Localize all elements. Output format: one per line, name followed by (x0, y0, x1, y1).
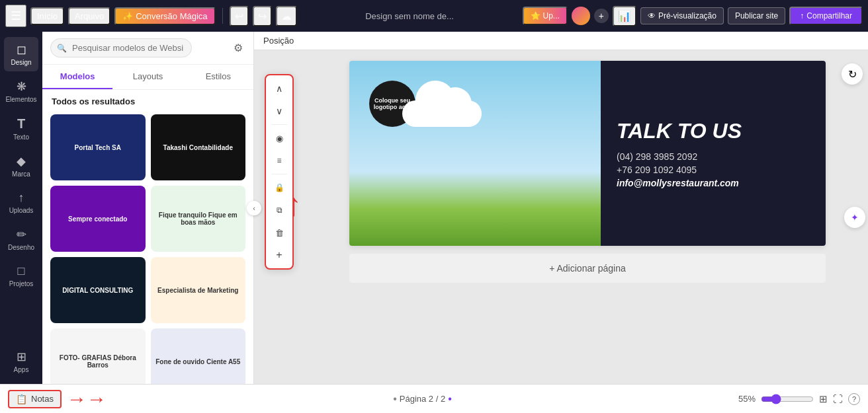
magic-conversion-button[interactable]: ✨ Conversão Mágica (114, 7, 215, 25)
sidebar-label-marca: Marca (12, 170, 30, 178)
refresh-button[interactable]: ↻ (842, 63, 863, 85)
arrange-button[interactable]: ≡ (269, 150, 290, 171)
publish-button[interactable]: Publicar site (728, 7, 785, 24)
hamburger-menu[interactable]: ☰ (5, 5, 26, 27)
page-canvas: Coloque seu logotipo aqui TALK TO US (04… (349, 61, 826, 246)
tab-estilos[interactable]: Estilos (183, 65, 253, 89)
nav-right-group: ⭐ Up... + 📊 👁 Pré-visualização Publicar … (523, 6, 863, 26)
template-card[interactable]: Sempre conectado (50, 186, 146, 252)
sidebar-item-apps[interactable]: ⊞ Apps (4, 344, 38, 379)
notes-icon: 📋 (16, 394, 27, 404)
template-card[interactable]: FOTO- GRAFIAS Débora Barros (50, 328, 146, 384)
grid-view-button[interactable]: ⊞ (819, 393, 828, 405)
design-title: Design sem nome de... (301, 11, 519, 21)
lock-button[interactable]: 🔒 (269, 177, 290, 198)
upgrade-button[interactable]: ⭐ Up... (523, 7, 568, 25)
add-element-button[interactable]: + (269, 244, 290, 266)
add-page-button[interactable]: + Adicionar página (349, 254, 826, 283)
analytics-button[interactable]: 📊 (613, 6, 636, 26)
preview-label: Pré-visualização (658, 11, 716, 20)
projetos-icon: □ (18, 264, 25, 278)
nav-separator-1 (222, 8, 223, 24)
sidebar-label-design: Design (11, 59, 31, 66)
arrow-right-indicator: →→ (67, 388, 107, 410)
bottom-right-icons: ⊞ ⛶ ? (819, 393, 860, 405)
delete-button[interactable]: 🗑 (269, 222, 290, 243)
apps-icon: ⊞ (17, 350, 26, 364)
canvas-scroll[interactable]: ∧ ∨ ◉ ≡ 🔒 ⧉ 🗑 + ↑ Coloque seu logotipo a… (254, 50, 868, 384)
talk-to-us-heading: TALK TO US (617, 119, 810, 143)
template-card[interactable]: Fone de ouvido Ciente A55 (151, 328, 246, 384)
help-button[interactable]: ? (848, 393, 860, 405)
uploads-icon: ↑ (19, 191, 24, 205)
sidebar-label-desenho: Desenho (8, 244, 34, 251)
avatar[interactable] (572, 7, 590, 25)
texto-icon: T (17, 116, 25, 131)
magic-conversion-label: Conversão Mágica (136, 11, 207, 21)
sidebar-item-uploads[interactable]: ↑ Uploads (4, 186, 38, 219)
template-card[interactable]: Especialista de Marketing (151, 257, 246, 323)
sidebar-item-marca[interactable]: ◆ Marca (4, 149, 38, 183)
undo-button[interactable]: ↩ (230, 6, 249, 26)
redo-button[interactable]: ↪ (253, 6, 272, 26)
tab-layouts[interactable]: Layouts (112, 65, 183, 89)
filter-button[interactable]: ⚙ (231, 39, 245, 57)
sidebar-label-texto: Texto (13, 133, 29, 141)
templates-panel: ⚙ Modelos Layouts Estilos Todos os resul… (42, 32, 254, 384)
desenho-icon: ✏ (17, 227, 26, 242)
share-icon: ↑ (800, 11, 804, 20)
move-down-button[interactable]: ∨ (269, 100, 290, 122)
sidebar-item-projetos[interactable]: □ Projetos (4, 259, 38, 293)
template-card[interactable]: DIGITAL CONSULTING (50, 257, 146, 323)
collapse-panel-button[interactable]: ‹ (247, 201, 261, 215)
sidebar-item-desenho[interactable]: ✏ Desenho (4, 222, 38, 256)
marca-icon: ◆ (17, 154, 26, 169)
canvas-area: Posição ∧ ∨ ◉ ≡ 🔒 ⧉ 🗑 + ↑ (254, 32, 868, 384)
cloud-button[interactable]: ☁ (276, 6, 297, 26)
page-nav-area: • Página 2 / 2 • (393, 393, 452, 405)
add-profile-button[interactable]: + (594, 9, 609, 23)
design-icon: ◻ (17, 42, 26, 57)
arquivo-button[interactable]: Arquivo (68, 7, 110, 25)
sidebar-item-design[interactable]: ◻ Design (4, 37, 38, 71)
move-up-button[interactable]: ∧ (269, 78, 290, 99)
section-title: Todos os resultados (42, 90, 253, 110)
floating-toolbar: ∧ ∨ ◉ ≡ 🔒 ⧉ 🗑 + (265, 74, 294, 270)
email: info@mollysrestaurant.com (617, 178, 810, 188)
search-input[interactable] (50, 38, 192, 57)
bottom-bar: 📋 Notas →→ • Página 2 / 2 • 55% ⊞ ⛶ ? (0, 384, 868, 413)
magic-action-button[interactable]: ✦ (844, 207, 865, 228)
sidebar-item-elementos[interactable]: ❋ Elementos (4, 74, 38, 108)
zoom-slider[interactable] (761, 394, 814, 404)
sidebar-label-apps: Apps (14, 366, 29, 373)
template-card[interactable]: Takashi Contabilidade (151, 114, 246, 180)
tab-modelos[interactable]: Modelos (42, 65, 112, 89)
top-navigation: ☰ Início Arquivo ✨ Conversão Mágica ↩ ↪ … (0, 0, 868, 32)
elementos-icon: ❋ (17, 79, 26, 94)
share-button[interactable]: ↑ Compartilhar (789, 7, 863, 25)
inicio-button[interactable]: Início (30, 7, 64, 25)
duplicate-button[interactable]: ⧉ (269, 200, 290, 221)
sidebar-item-texto[interactable]: T Texto (4, 111, 38, 146)
preview-button[interactable]: 👁 Pré-visualização (640, 7, 724, 24)
upgrade-star-icon: ⭐ (531, 11, 541, 20)
fullscreen-button[interactable]: ⛶ (833, 393, 843, 404)
prev-page-button[interactable]: • (393, 393, 397, 405)
visibility-button[interactable]: ◉ (269, 128, 290, 149)
canvas-top-row: Coloque seu logotipo aqui TALK TO US (04… (349, 61, 826, 246)
current-page-dot[interactable]: • (448, 393, 452, 405)
left-sidebar: ◻ Design ❋ Elementos T Texto ◆ Marca ↑ U… (0, 32, 42, 384)
template-card[interactable]: Portal Tech SA (50, 114, 146, 180)
cloud-1 (402, 100, 482, 127)
template-card[interactable]: Fique tranquilo Fique em boas mãos (151, 186, 246, 252)
notes-button[interactable]: 📋 Notas (8, 390, 62, 408)
right-action-buttons: ✦ (844, 207, 865, 228)
sky-scene: Coloque seu logotipo aqui (349, 61, 601, 246)
phone-1: (04) 298 3985 2092 (617, 151, 810, 162)
eye-icon: 👁 (648, 11, 656, 20)
canvas-right-panel: TALK TO US (04) 298 3985 2092 +76 209 10… (601, 61, 826, 246)
sidebar-label-elementos: Elementos (5, 96, 36, 103)
upgrade-label: Up... (543, 11, 560, 20)
phone-2: +76 209 1092 4095 (617, 165, 810, 175)
share-label: Compartilhar (806, 11, 852, 20)
